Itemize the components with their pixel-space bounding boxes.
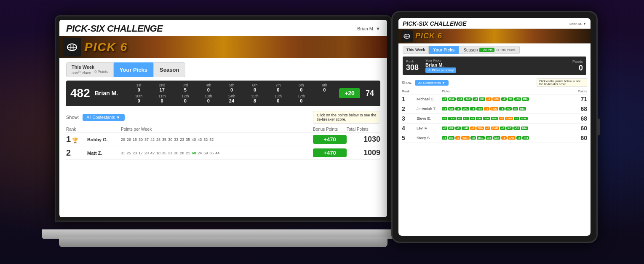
lb-pts-2: 3125231720421835213628216024593544 — [121, 151, 313, 155]
tablet-lb-row-3: 3Steve E.+8TEN+8KC+8GB+36MIA+0CAR+8BAL68 — [402, 114, 587, 124]
tablet-user-menu[interactable]: Brian M. ▼ — [569, 22, 586, 26]
pick-badge: PHI — [476, 107, 483, 110]
lb-name-2: Matt Z. — [87, 151, 121, 156]
tablet-lb-row-1: 1Michael C.+8DAL+11JAC+8KC+0HOU+8SF+36MI… — [402, 94, 587, 104]
tablet-lb-name-2: Jeremiah T. — [417, 107, 442, 111]
show-label: Show: — [66, 115, 79, 120]
ph-6th: 6th — [244, 83, 266, 87]
tablet-tab-your-picks[interactable]: Your Picks — [429, 46, 459, 54]
laptop-foot — [59, 237, 387, 247]
tablet-col-pts: Points — [566, 89, 587, 93]
tablet-picks-pending: ⚠ Picks pending! — [425, 67, 456, 73]
col-ppw: Points per Week — [121, 127, 313, 132]
pick-badge: KC — [448, 136, 454, 140]
pick-badge: +0 — [501, 136, 507, 140]
tablet-lb-name-1: Michael C. — [417, 97, 442, 101]
tablet-show-label: Show: — [402, 81, 412, 85]
lb-total-1: 1030 — [347, 135, 380, 144]
pick-badge: +8 — [442, 97, 447, 101]
ph-3rd: 3rd — [174, 83, 196, 87]
pick-badge: TEN — [448, 117, 456, 120]
tablet-app-title: PICK-SIX CHALLENGE — [403, 20, 467, 27]
points-value: 0 Points — [94, 70, 108, 75]
pick-badge: LAR — [462, 127, 469, 130]
tablet-player-name: Brian M. — [425, 62, 456, 67]
tablet-lb-points-5: 60 — [566, 135, 587, 141]
pick-badge: KC — [479, 97, 485, 101]
banner-players — [303, 36, 387, 58]
pick-badge: GB — [476, 117, 482, 120]
tablet-outer: PICK-SIX CHALLENGE Brian M. ▼ — [391, 11, 598, 243]
tablet-lb-picks-5: +8KC+0WSH+8BAL+36MIA+0CAR+8PHI — [442, 136, 566, 140]
pick-badge: NO — [505, 107, 512, 110]
pick-badge: CAR — [508, 136, 516, 140]
lb-row-2: 2 Matt Z. 312523172042183521362821602459… — [66, 146, 380, 160]
pick-badge: +36 — [514, 97, 521, 101]
pick-badge: +0 — [485, 127, 490, 130]
tablet-lb-rank-1: 1 — [402, 96, 417, 102]
tablet-tab-this-week[interactable]: This Week — [403, 46, 429, 54]
tooltip-box: Click on the points below to see the tie… — [313, 111, 380, 124]
pick-badge: GB — [448, 127, 454, 130]
tablet-rank-label: Rank — [406, 59, 423, 63]
pick-badge: MIA — [519, 107, 526, 110]
pick-badge: +0 — [486, 97, 492, 101]
pick-badge: +8 — [442, 107, 447, 110]
tablet-points-val: 0 — [570, 64, 583, 73]
tablet-lb-picks-4: +8GB+8LAR+0SEA+0CAR+8KC+36MIA — [442, 127, 566, 130]
tabs-row: This Week 308th Place 0 Points Your Pick… — [66, 62, 380, 77]
tablet-player-info: Your Picks Brian M. ⚠ Picks pending! — [425, 59, 456, 73]
tablet-screen: PICK-SIX CHALLENGE Brian M. ▼ — [398, 18, 591, 236]
ph-4th: 4th — [197, 83, 219, 87]
pick-badge: DAL — [462, 107, 469, 110]
lb-bonus-1: +470 — [313, 135, 347, 144]
show-dropdown[interactable]: All Contestants ▼ — [83, 114, 125, 121]
ph-2nd: 2nd — [151, 83, 173, 87]
pick-badge: +36 — [483, 117, 490, 120]
pick-badge: KC — [506, 127, 513, 130]
app-header: PICK-SIX CHALLENGE Brian M. ▼ — [59, 20, 387, 36]
tab-your-picks[interactable]: Your Picks — [114, 62, 153, 77]
pick-badge: +8 — [470, 136, 476, 140]
tablet-col-rank: Rank — [402, 89, 417, 93]
lb-name-1: Bobby G. — [87, 137, 121, 142]
tablet-this-week-label: This Week — [406, 48, 425, 52]
points-row2: 0 0 0 0 24 8 0 0 — [128, 98, 336, 103]
tablet-lb-name-3: Steve E. — [417, 116, 442, 121]
tab-season[interactable]: Season — [153, 62, 185, 77]
tablet-banner: PICK 6 — [398, 29, 591, 43]
tablet-leaderboard: Show: All Contestants ▼ Click on the poi… — [398, 77, 591, 143]
user-menu[interactable]: Brian M. ▼ — [357, 26, 380, 31]
leaderboard: Show: All Contestants ▼ Click on the poi… — [59, 108, 387, 160]
pick-badge: +8 — [442, 136, 447, 140]
pick-badge: HOU — [490, 107, 498, 110]
tablet-points-label: Points — [570, 59, 583, 64]
pick-badge: +8 — [516, 136, 522, 140]
tablet-stats: This Week Your Picks Season +20 Pts 74 T… — [398, 43, 591, 77]
pick-badge: CAR — [505, 117, 513, 120]
tablet-lb-row-4: 4Levi F.+8GB+8LAR+0SEA+0CAR+8KC+36MIA60 — [402, 124, 587, 133]
ph-5th: 5th — [220, 83, 243, 87]
tablet-rank-col: Rank 308 — [406, 59, 423, 72]
pick-badge: +36 — [486, 136, 492, 140]
tab-this-week[interactable]: This Week 308th Place 0 Points — [66, 62, 114, 77]
pick-badge: +8 — [442, 117, 447, 120]
tablet-season-label: Season — [463, 48, 478, 52]
tablet-power-button[interactable] — [597, 119, 600, 135]
laptop-device: PICK-SIX CHALLENGE Brian M. ▼ — [42, 15, 404, 256]
this-week-label: This Week — [72, 65, 108, 70]
tablet-lb-picks-3: +8TEN+8KC+8GB+36MIA+0CAR+8BAL — [442, 117, 566, 120]
pick-badge: BAL — [520, 117, 528, 120]
col-name — [87, 127, 121, 132]
tablet-tab-season[interactable]: Season +20 Pts 74 Total Points — [459, 46, 520, 54]
tablet-points-col: Points 0 — [570, 59, 583, 73]
tablet-lb-name-5: Stacy S. — [417, 136, 442, 140]
pick-badge: SF — [508, 97, 513, 101]
pick-badge: PHI — [522, 136, 529, 140]
pick-badge: +8 — [457, 117, 462, 120]
tablet-rank-num: 308 — [406, 63, 423, 72]
tablet-banner-text: PICK 6 — [415, 32, 442, 40]
tablet-show-dropdown[interactable]: All Contestants ▼ — [415, 80, 449, 86]
banner: PICK 6 — [59, 36, 387, 58]
tablet-player-row: Rank 308 Your Picks Brian M. ⚠ Picks pen… — [403, 57, 586, 75]
